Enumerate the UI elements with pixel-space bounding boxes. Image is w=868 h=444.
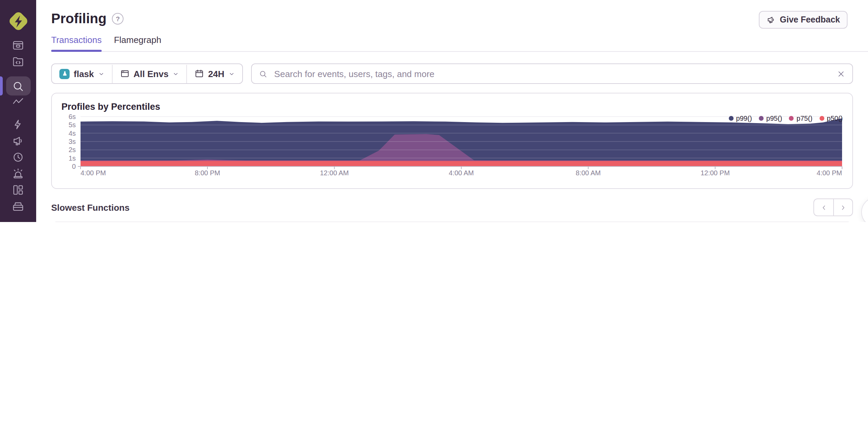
tab-bar: Transactions Flamegraph bbox=[51, 35, 868, 52]
sidebar-item-explore[interactable] bbox=[0, 78, 36, 94]
search-bar[interactable] bbox=[251, 63, 853, 84]
dashboard-grid-icon bbox=[12, 183, 25, 199]
search-icon bbox=[6, 76, 30, 95]
legend-item[interactable]: p99() bbox=[728, 115, 752, 122]
trace-line-icon bbox=[12, 94, 25, 110]
sidebar-item-dashboards[interactable] bbox=[0, 183, 36, 199]
chevron-down-icon bbox=[173, 71, 179, 77]
svg-text:12:00 AM: 12:00 AM bbox=[320, 169, 349, 177]
megaphone-icon bbox=[12, 134, 25, 150]
sidebar-item-profiling[interactable] bbox=[0, 117, 36, 134]
percentiles-chart-svg: 01s2s3s4s5s6s4:00 PM8:00 PM12:00 AM4:00 … bbox=[60, 114, 845, 177]
slowest-functions-pager bbox=[813, 198, 853, 216]
chevron-down-icon bbox=[229, 71, 235, 77]
svg-text:4:00 PM: 4:00 PM bbox=[817, 169, 842, 177]
sidebar-item-projects[interactable] bbox=[0, 55, 36, 71]
legend-dot bbox=[728, 116, 733, 121]
slowest-functions-table: FUNCTION PROJECT PACKAGE P75() P95() P99… bbox=[51, 222, 853, 222]
legend-label: p50() bbox=[827, 115, 843, 122]
svg-text:8:00 AM: 8:00 AM bbox=[576, 169, 601, 177]
code-folder-icon bbox=[12, 55, 25, 71]
legend-item[interactable]: p95() bbox=[759, 115, 782, 122]
give-feedback-button[interactable]: Give Feedback bbox=[759, 11, 848, 29]
page-help-icon[interactable]: ? bbox=[112, 13, 124, 25]
tab-flamegraph[interactable]: Flamegraph bbox=[114, 35, 161, 51]
svg-text:4:00 PM: 4:00 PM bbox=[81, 169, 106, 177]
svg-text:1s: 1s bbox=[69, 154, 76, 162]
search-input[interactable] bbox=[273, 68, 837, 79]
calendar-icon bbox=[194, 69, 204, 78]
siren-icon bbox=[12, 167, 25, 182]
window-icon bbox=[120, 69, 129, 78]
svg-text:0: 0 bbox=[72, 163, 76, 170]
sidebar-item-releases[interactable] bbox=[0, 134, 36, 150]
flask-project-icon bbox=[59, 69, 70, 79]
legend-item[interactable]: p50() bbox=[819, 115, 843, 122]
environment-filter[interactable]: All Envs bbox=[112, 64, 186, 83]
svg-text:5s: 5s bbox=[69, 121, 76, 129]
tab-transactions[interactable]: Transactions bbox=[51, 35, 102, 51]
svg-text:2s: 2s bbox=[69, 146, 76, 153]
project-filter-value: flask bbox=[74, 69, 94, 79]
sidebar-item-replays[interactable] bbox=[0, 150, 36, 166]
clock-icon bbox=[12, 150, 25, 166]
percentiles-chart-panel: Profiles by Percentiles p99()p95()p75()p… bbox=[51, 93, 853, 189]
page-filters: flask All Envs 24H bbox=[51, 63, 243, 84]
svg-text:12:00 PM: 12:00 PM bbox=[700, 169, 730, 177]
legend-label: p95() bbox=[766, 115, 782, 122]
prev-page-button[interactable] bbox=[813, 198, 833, 216]
lightning-icon bbox=[12, 118, 25, 133]
search-icon bbox=[259, 69, 267, 78]
svg-text:4s: 4s bbox=[69, 130, 76, 137]
drawer-icon bbox=[12, 199, 25, 215]
environment-filter-value: All Envs bbox=[133, 69, 169, 79]
sidebar-item-traces[interactable] bbox=[0, 94, 36, 110]
give-feedback-label: Give Feedback bbox=[780, 15, 840, 25]
legend-item[interactable]: p75() bbox=[789, 115, 813, 122]
page-title: Profiling bbox=[51, 11, 106, 27]
svg-text:3s: 3s bbox=[69, 138, 76, 145]
date-range-filter[interactable]: 24H bbox=[187, 64, 242, 83]
slowest-functions-title: Slowest Functions bbox=[51, 202, 130, 212]
sidebar-item-archive[interactable] bbox=[0, 199, 36, 216]
svg-text:8:00 PM: 8:00 PM bbox=[195, 169, 220, 177]
megaphone-icon bbox=[766, 15, 776, 25]
sidebar-item-issues[interactable] bbox=[0, 38, 36, 55]
chevron-down-icon bbox=[98, 71, 104, 77]
legend-label: p99() bbox=[736, 115, 752, 122]
main-content: Profiling ? Give Feedback Transactions F… bbox=[36, 0, 868, 222]
date-range-value: 24H bbox=[208, 69, 225, 79]
sentry-logo[interactable] bbox=[6, 10, 30, 33]
next-page-button[interactable] bbox=[833, 198, 853, 216]
profiling-page: Profiling ? Give Feedback Transactions F… bbox=[0, 0, 868, 222]
legend-label: p75() bbox=[797, 115, 813, 122]
legend-dot bbox=[819, 116, 824, 121]
legend-dot bbox=[759, 116, 764, 121]
chart-legend: p99()p95()p75()p50() bbox=[728, 115, 843, 122]
svg-text:6s: 6s bbox=[69, 114, 76, 120]
inbox-icon bbox=[12, 39, 25, 54]
chart-title: Profiles by Percentiles bbox=[60, 102, 844, 112]
sidebar bbox=[0, 0, 36, 222]
floating-feedback-button[interactable] bbox=[861, 197, 868, 222]
project-filter[interactable]: flask bbox=[52, 64, 112, 83]
filter-bar: flask All Envs 24H bbox=[51, 63, 853, 84]
legend-dot bbox=[789, 116, 794, 121]
sidebar-item-alerts[interactable] bbox=[0, 166, 36, 183]
svg-text:4:00 AM: 4:00 AM bbox=[449, 169, 474, 177]
clear-search-icon[interactable] bbox=[837, 69, 845, 78]
